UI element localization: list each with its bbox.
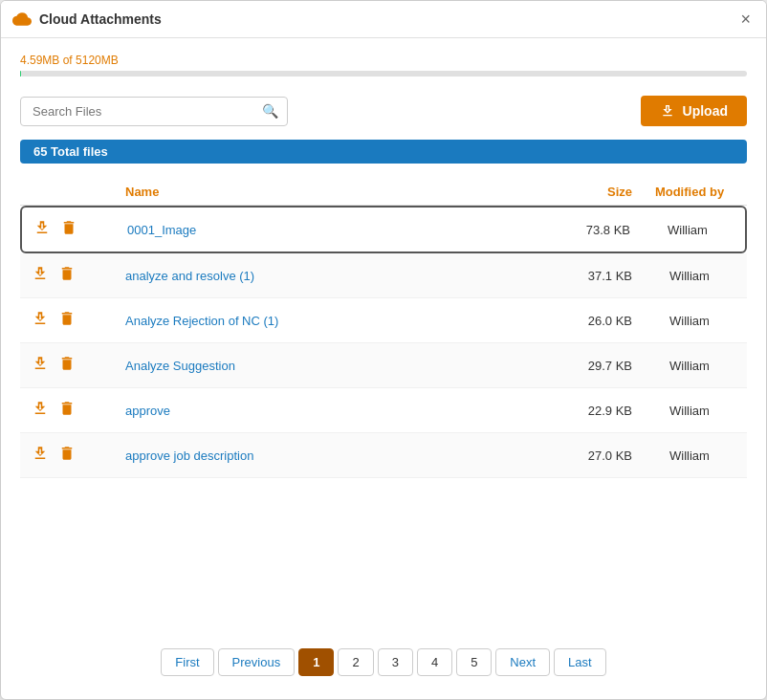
download-button[interactable] — [30, 263, 51, 288]
header-actions — [30, 185, 125, 199]
delete-button[interactable] — [56, 353, 77, 378]
file-name[interactable]: Analyze Rejection of NC (1) — [125, 314, 565, 328]
table-header: Name Size Modified by — [20, 179, 747, 206]
table-row: approve 22.9 KB William — [20, 388, 747, 433]
close-button[interactable]: × — [736, 9, 755, 30]
delete-button[interactable] — [58, 217, 79, 242]
search-input[interactable] — [20, 97, 288, 126]
header-modified: Modified by — [642, 185, 737, 199]
file-modified: William — [642, 269, 737, 283]
storage-text: 4.59MB of 5120MB — [20, 54, 747, 67]
pagination-page-4[interactable]: 4 — [417, 648, 452, 676]
pagination-page-1[interactable]: 1 — [298, 648, 334, 676]
delete-button[interactable] — [56, 398, 77, 423]
upload-icon — [660, 103, 675, 119]
row-actions — [32, 217, 127, 242]
file-size: 27.0 KB — [565, 448, 642, 463]
file-name[interactable]: analyze and resolve (1) — [125, 269, 565, 283]
row-actions — [30, 263, 125, 288]
file-size: 26.0 KB — [565, 314, 642, 328]
total-files-badge: 65 Total files — [20, 140, 747, 164]
file-name[interactable]: 0001_Image — [127, 223, 563, 237]
file-name[interactable]: Analyze Suggestion — [125, 359, 565, 373]
download-button[interactable] — [30, 353, 51, 378]
delete-button[interactable] — [56, 308, 77, 333]
pagination-previous[interactable]: Previous — [218, 648, 296, 676]
search-wrapper: 🔍 — [20, 97, 288, 126]
row-actions — [30, 353, 125, 378]
table-row: Analyze Suggestion 29.7 KB William — [20, 343, 747, 388]
row-actions — [30, 308, 125, 333]
search-icon: 🔍 — [262, 103, 278, 119]
file-modified: William — [642, 404, 737, 418]
progress-bar-fill — [20, 71, 21, 77]
titlebar: Cloud Attachments × — [1, 1, 766, 38]
file-name[interactable]: approve job description — [125, 448, 565, 463]
storage-info: 4.59MB of 5120MB — [20, 54, 747, 77]
download-button[interactable] — [32, 217, 53, 242]
pagination-first[interactable]: First — [161, 648, 213, 676]
file-modified: William — [640, 223, 735, 237]
file-table: Name Size Modified by 0001_Image 73.8 KB… — [20, 179, 747, 633]
pagination-page-3[interactable]: 3 — [378, 648, 413, 676]
header-size: Size — [565, 185, 642, 199]
pagination-next[interactable]: Next — [495, 648, 550, 676]
delete-button[interactable] — [56, 263, 77, 288]
pagination-page-5[interactable]: 5 — [456, 648, 492, 676]
table-row: Analyze Rejection of NC (1) 26.0 KB Will… — [20, 298, 747, 343]
file-size: 73.8 KB — [563, 223, 640, 237]
table-row: 0001_Image 73.8 KB William — [20, 206, 747, 253]
table-row: analyze and resolve (1) 37.1 KB William — [20, 253, 747, 298]
table-row: approve job description 27.0 KB William — [20, 433, 747, 478]
pagination: First Previous 1 2 3 4 5 Next Last — [20, 633, 747, 684]
download-button[interactable] — [30, 308, 51, 333]
header-name: Name — [125, 185, 565, 199]
file-size: 29.7 KB — [565, 359, 642, 373]
pagination-last[interactable]: Last — [554, 648, 606, 676]
cloud-attachments-window: Cloud Attachments × 4.59MB of 5120MB 🔍 U… — [0, 0, 767, 700]
file-modified: William — [642, 314, 737, 328]
table-rows: 0001_Image 73.8 KB William analyze and r… — [20, 206, 747, 478]
upload-button[interactable]: Upload — [641, 96, 747, 126]
file-modified: William — [642, 448, 737, 463]
window-title: Cloud Attachments — [39, 11, 162, 27]
titlebar-left: Cloud Attachments — [12, 10, 162, 29]
file-name[interactable]: approve — [125, 404, 565, 418]
file-modified: William — [642, 359, 737, 373]
download-button[interactable] — [30, 398, 51, 423]
file-size: 22.9 KB — [565, 404, 642, 418]
main-content: 4.59MB of 5120MB 🔍 Upload 65 Total files — [1, 38, 766, 699]
row-actions — [30, 443, 125, 468]
pagination-page-2[interactable]: 2 — [338, 648, 373, 676]
toolbar: 🔍 Upload — [20, 96, 747, 126]
download-button[interactable] — [30, 443, 51, 468]
row-actions — [30, 398, 125, 423]
file-size: 37.1 KB — [565, 269, 642, 283]
cloud-icon — [12, 10, 32, 29]
progress-bar-bg — [20, 71, 747, 77]
delete-button[interactable] — [56, 443, 77, 468]
